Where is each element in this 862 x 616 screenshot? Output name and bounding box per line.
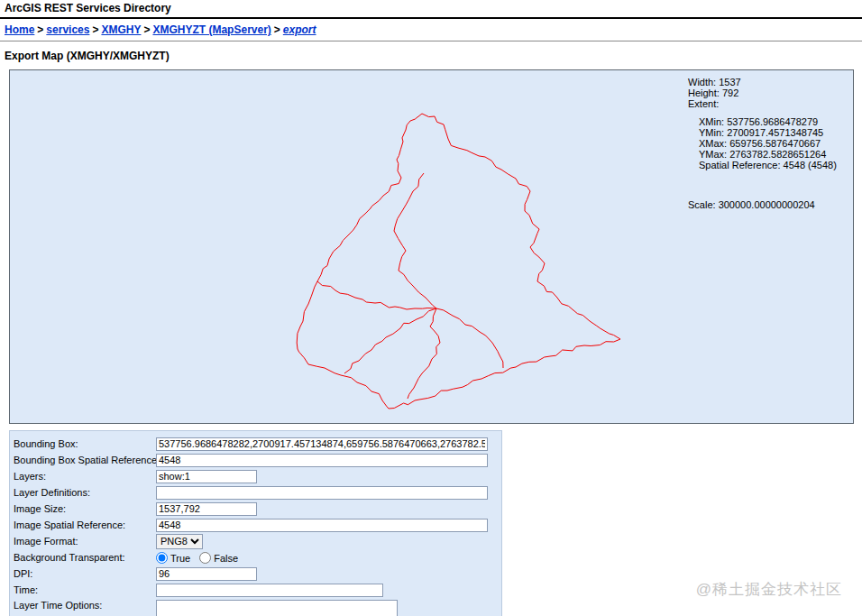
map-extent-values: XMin: 537756.9686478279 YMin: 2700917.45… — [699, 116, 837, 170]
map-ymin: YMin: 2700917.4571348745 — [699, 127, 837, 138]
layer-definitions-input[interactable] — [156, 486, 488, 500]
time-input[interactable] — [156, 584, 383, 597]
background-transparent-label: Background Transparent: — [14, 552, 156, 563]
breadcrumb-separator: > — [37, 23, 43, 36]
map-extent-label: Extent: — [688, 98, 837, 109]
layers-input[interactable] — [156, 470, 257, 483]
map-xmax: XMax: 659756.5876470667 — [699, 138, 837, 149]
background-transparent-true-label: True — [170, 553, 190, 564]
map-info: Width: 1537 Height: 792 Extent: XMin: 53… — [688, 77, 837, 210]
dpi-input[interactable] — [156, 567, 257, 581]
background-transparent-false-label: False — [214, 553, 238, 564]
breadcrumb-separator: > — [274, 23, 280, 36]
layer-time-options-textarea[interactable] — [156, 600, 398, 616]
watermark: @稀土掘金技术社区 — [696, 579, 842, 600]
map-xmin: XMin: 537756.9686478279 — [699, 116, 837, 127]
app-title: ArcGIS REST Services Directory — [0, 0, 862, 19]
dpi-label: DPI: — [14, 568, 156, 579]
image-format-label: Image Format: — [14, 536, 156, 547]
breadcrumb-services[interactable]: services — [46, 23, 89, 36]
map-image — [10, 70, 686, 423]
bounding-box-label: Bounding Box: — [14, 438, 156, 449]
image-spatial-reference-label: Image Spatial Reference: — [14, 519, 156, 530]
map-ymax: YMax: 2763782.5828651264 — [699, 149, 837, 160]
map-scale: Scale: 300000.00000000204 — [688, 199, 837, 210]
breadcrumb-separator: > — [143, 23, 150, 36]
bbox-spatial-reference-input[interactable] — [156, 454, 488, 467]
map-width: Width: 1537 — [688, 77, 837, 87]
map-preview-panel: Width: 1537 Height: 792 Extent: XMin: 53… — [9, 69, 854, 424]
layers-label: Layers: — [14, 471, 156, 482]
image-spatial-reference-input[interactable] — [156, 519, 488, 532]
breadcrumb: Home>services>XMGHY>XMGHYZT (MapServer)>… — [0, 19, 862, 41]
breadcrumb-export[interactable]: export — [283, 23, 316, 36]
breadcrumb-mapserver[interactable]: XMGHYZT (MapServer) — [152, 23, 271, 36]
map-spatial-reference: Spatial Reference: 4548 (4548) — [699, 160, 837, 170]
image-size-label: Image Size: — [14, 503, 156, 514]
breadcrumb-separator: > — [92, 23, 98, 36]
image-size-input[interactable] — [156, 502, 257, 516]
breadcrumb-home[interactable]: Home — [5, 23, 34, 36]
background-transparent-true-option[interactable]: True — [156, 552, 190, 564]
layer-definitions-label: Layer Definitions: — [14, 487, 156, 498]
page-title: Export Map (XMGHY/XMGHYZT) — [0, 41, 862, 69]
background-transparent-false[interactable] — [199, 552, 211, 564]
bounding-box-input[interactable] — [156, 437, 488, 451]
background-transparent-false-option[interactable]: False — [199, 552, 238, 564]
background-transparent-true[interactable] — [156, 552, 168, 564]
time-label: Time: — [14, 584, 156, 595]
bbox-spatial-reference-label: Bounding Box Spatial Reference: — [14, 455, 156, 465]
map-height: Height: 792 — [688, 87, 837, 98]
layer-time-options-label: Layer Time Options: — [14, 600, 156, 611]
export-form: Bounding Box: Bounding Box Spatial Refer… — [9, 430, 502, 616]
image-format-select[interactable]: PNG8 — [156, 534, 203, 549]
breadcrumb-xmghy[interactable]: XMGHY — [101, 23, 141, 36]
